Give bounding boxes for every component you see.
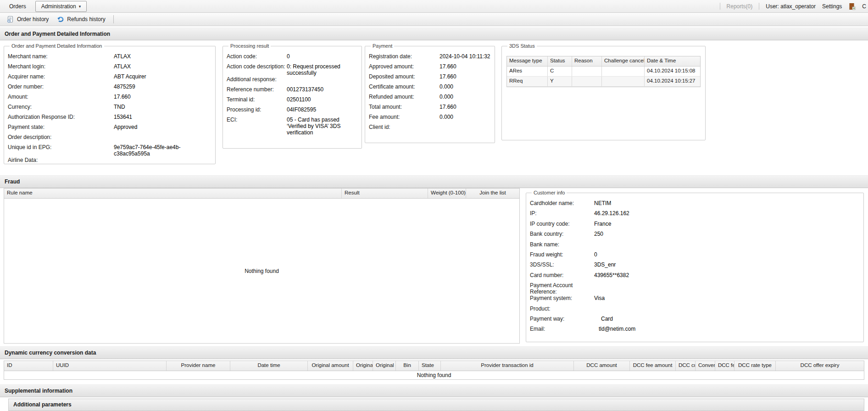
- field-label: 3DS/SSL:: [530, 261, 594, 268]
- field-row: Cardholder name:NETIM: [530, 200, 860, 210]
- table-row[interactable]: RReq Y 04.10.2024 10:15:27: [507, 77, 700, 87]
- order-history-label: Order history: [17, 16, 49, 22]
- tab-orders[interactable]: Orders: [5, 1, 31, 11]
- field-value: 17.660: [114, 94, 131, 100]
- column-header-rule-name[interactable]: Rule name: [4, 189, 342, 198]
- column-header-dcc-fee[interactable]: DCC fee: [715, 361, 734, 371]
- supplemental-section-header: Supplemental information: [0, 384, 868, 397]
- field-label: Terminal id:: [227, 96, 287, 103]
- field-label: Currency:: [8, 104, 114, 110]
- field-value: 17.660: [440, 73, 456, 80]
- field-label: Amount:: [8, 94, 114, 100]
- field-value: ABT Acquirer: [114, 73, 146, 80]
- field-row: Terminal id:02501100: [227, 96, 358, 106]
- empty-state-text: Nothing found: [417, 372, 451, 378]
- field-value: Card: [594, 316, 613, 322]
- field-row: Total amount:17.660: [369, 104, 491, 114]
- field-label: Card number:: [530, 272, 594, 278]
- fraud-table-header-row: Rule name Result Weight (0-100) Join the…: [4, 188, 520, 199]
- column-header-join-the-list[interactable]: Join the list: [466, 189, 519, 198]
- column-header: Challenge cancel: [602, 56, 645, 66]
- field-label: Fee amount:: [369, 114, 440, 120]
- cell-status: Y: [548, 77, 572, 86]
- cell-challenge-cancel: [602, 77, 645, 86]
- field-value: TND: [114, 104, 125, 110]
- field-value: 0.000: [440, 83, 453, 90]
- field-value: 250: [594, 231, 603, 237]
- field-value: 0: Request processed successfully: [287, 63, 358, 76]
- fraud-section-header: Fraud: [0, 175, 868, 188]
- column-header-dcc-fee-amount[interactable]: DCC fee amount: [630, 361, 676, 371]
- order-history-button[interactable]: Order history: [3, 14, 53, 24]
- column-header-provider-transaction-id[interactable]: Provider transaction id: [441, 361, 574, 371]
- field-row: Order number:4875259: [8, 83, 211, 94]
- field-value: 0.000: [440, 114, 453, 120]
- field-label: Processing id:: [227, 106, 287, 113]
- empty-state-text: Nothing found: [245, 268, 279, 274]
- field-value: 9e759ac7-764e-45fe-ae4b-c38ac95a595a: [114, 144, 211, 157]
- tab-administration[interactable]: Administration ▾: [35, 1, 87, 12]
- column-header-dcc-amount[interactable]: DCC amount: [574, 361, 630, 371]
- user-label: User: atlax_operator: [766, 3, 816, 10]
- column-header-state[interactable]: State: [419, 361, 441, 371]
- column-header-original-fee[interactable]: Original f: [353, 361, 373, 371]
- field-value: 439655**6382: [594, 272, 629, 278]
- dcc-table: ID UUID Provider name Date time Original…: [4, 361, 864, 380]
- field-value: ATLAX: [114, 63, 131, 70]
- column-header-uuid[interactable]: UUID: [53, 361, 167, 371]
- field-label: Reference number:: [227, 86, 287, 93]
- fraud-area: Rule name Result Weight (0-100) Join the…: [0, 188, 868, 346]
- field-label: Order description:: [8, 134, 114, 140]
- refund-arrow-icon: [57, 16, 64, 23]
- cell-reason: [572, 77, 602, 86]
- field-value: NETIM: [594, 200, 611, 206]
- field-row: Deposited amount:17.660: [369, 73, 491, 83]
- tds-status-legend: 3DS Status: [507, 43, 537, 49]
- settings-button[interactable]: Settings: [822, 3, 842, 10]
- refunds-history-button[interactable]: Refunds history: [53, 14, 109, 24]
- detail-panels: Order and Payment Detailed Information M…: [0, 40, 868, 175]
- clipped-menu-item[interactable]: C: [862, 3, 866, 10]
- column-header-original-currency[interactable]: Original c: [373, 361, 396, 371]
- field-label: Product:: [530, 305, 594, 312]
- field-label: Registration date:: [369, 53, 440, 60]
- processing-result-fieldset: Processing result Action code:0 Action c…: [223, 43, 362, 149]
- column-header-weight[interactable]: Weight (0-100): [428, 189, 466, 198]
- column-header-provider-name[interactable]: Provider name: [167, 361, 230, 371]
- field-label: Action code description:: [227, 63, 287, 70]
- column-header-result[interactable]: Result: [342, 189, 428, 198]
- table-row[interactable]: ARes C 04.10.2024 10:15:08: [507, 67, 700, 77]
- field-row: Fee amount:0.000: [369, 114, 491, 124]
- tds-status-fieldset: 3DS Status Message type Status Reason Ch…: [501, 43, 706, 140]
- column-header-dcc-currency[interactable]: DCC curr: [676, 361, 696, 371]
- fraud-table-body: Nothing found: [4, 199, 520, 344]
- separator: [759, 3, 759, 10]
- column-header-dcc-offer-expiry[interactable]: DCC offer expiry: [776, 361, 864, 371]
- field-row: Bank name:: [530, 241, 860, 251]
- column-header-original-amount[interactable]: Original amount: [308, 361, 353, 371]
- tds-table-header-row: Message type Status Reason Challenge can…: [507, 56, 700, 67]
- field-label: Bank country:: [530, 231, 594, 237]
- topbar-right-cluster: Reports(0) User: atlax_operator Settings…: [720, 3, 863, 10]
- logout-door-icon[interactable]: [848, 3, 856, 10]
- column-header-conversion[interactable]: Conversi: [696, 361, 715, 371]
- reports-button[interactable]: Reports(0): [727, 3, 753, 10]
- column-header-id[interactable]: ID: [4, 361, 53, 371]
- column-header: Date & Time: [645, 56, 699, 66]
- field-row: Amount:17.660: [8, 94, 211, 104]
- column-header-date-time[interactable]: Date time: [230, 361, 308, 371]
- history-toolbar: Order history Refunds history: [0, 13, 868, 26]
- column-header-bin[interactable]: Bin: [396, 361, 419, 371]
- field-row: Authorization Response ID:153641: [8, 114, 211, 124]
- toolbar-separator: [113, 15, 114, 23]
- field-row: Bank country:250: [530, 231, 860, 241]
- cell-message-type: ARes: [507, 67, 548, 76]
- field-row: Currency:TND: [8, 104, 211, 114]
- field-label: Action code:: [227, 53, 287, 60]
- refunds-history-label: Refunds history: [67, 16, 105, 22]
- field-row: Airline Data:: [8, 157, 211, 167]
- field-label: Bank name:: [530, 241, 594, 248]
- additional-parameters-header: Additional parameters: [9, 399, 864, 411]
- column-header-dcc-rate-type[interactable]: DCC rate type: [734, 361, 776, 371]
- field-label: Certificate amount:: [369, 83, 440, 90]
